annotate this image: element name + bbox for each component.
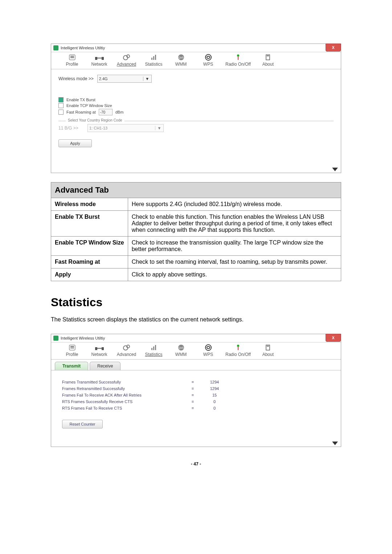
table-key: Enable TCP Window Size [51,237,128,256]
toolbar-about[interactable]: About [258,54,278,67]
table-key: Wireless mode [51,198,128,211]
advanced-window: Intelligent Wireless Utiltiy X Profile N… [51,44,341,173]
profile-icon [69,54,76,61]
toolbar-statistics[interactable]: Statistics [144,54,164,67]
table-key: Apply [51,268,128,281]
region-value: 1: CH1-13 [89,126,107,130]
toolbar-label: Profile [66,62,78,67]
reset-counter-button[interactable]: Reset Counter [62,420,103,428]
stat-row: Frames Fail To Receive ACK After All Ret… [62,393,330,397]
table-row: Enable TX Burst Check to enable this fun… [51,211,341,237]
toolbar-label: Profile [66,352,78,357]
toolbar-radio[interactable]: Radio On/Off [225,344,251,357]
svg-rect-27 [153,346,154,350]
section-heading: Statistics [51,296,341,309]
svg-rect-35 [267,346,269,346]
stat-value: 0 [200,406,229,410]
enable-tx-burst-checkbox[interactable] [58,97,64,102]
svg-rect-19 [70,346,74,347]
toolbar-label: Network [91,352,107,357]
toolbar-profile[interactable]: Profile [62,54,82,67]
toolbar-label: Advanced [117,352,136,357]
toolbar-statistics[interactable]: Statistics [144,344,164,357]
close-icon: X [332,336,335,340]
equals-icon: = [185,393,200,397]
table-val: Check to increase the transmission quali… [128,237,341,256]
table-key: Fast Roaming at [51,256,128,268]
stat-row: RTS Frames Successfully Receive CTS = 0 [62,399,330,404]
fast-roaming-checkbox[interactable] [58,110,64,115]
apply-label: Apply [70,141,80,145]
wireless-mode-value: 2.4G [99,77,108,81]
region-select[interactable]: 1: CH1-13 ▼ [87,124,164,132]
equals-icon: = [185,399,200,404]
svg-rect-8 [151,58,152,60]
window-close-button[interactable]: X [326,334,341,342]
toolbar-label: Advanced [117,62,136,67]
qos-icon: QoS [177,54,185,61]
toolbar-label: Statistics [145,62,162,67]
app-icon [53,336,58,341]
toolbar-advanced[interactable]: Advanced [117,54,136,67]
app-icon [53,45,58,50]
svg-point-31 [205,345,211,350]
section-intro: The Statistics screen displays the stati… [51,316,341,323]
table-row: Enable TCP Window Size Check to increase… [51,237,341,256]
chevron-down-icon: ▼ [155,126,162,130]
enable-tcp-window-checkbox[interactable] [58,103,64,108]
stats-tabs: Transmit Receive [51,360,341,370]
fast-roaming-unit: dBm [115,110,124,114]
reset-label: Reset Counter [70,422,95,426]
toolbar-about[interactable]: About [258,344,278,357]
region-group-divider: Select Your Country Region Code [58,121,334,121]
expand-arrow-icon[interactable] [332,168,338,171]
stat-row: Frames Retransmitted Successfully = 1294 [62,386,330,391]
toolbar-radio[interactable]: Radio On/Off [225,54,251,67]
toolbar-network[interactable]: Network [89,54,109,67]
svg-rect-15 [238,57,238,60]
enable-tx-burst-label: Enable TX Burst [66,98,95,102]
close-icon: X [332,46,335,50]
stat-label: Frames Retransmitted Successfully [62,386,185,391]
toolbar-wps[interactable]: WPS [198,344,218,357]
tab-receive[interactable]: Receive [90,362,121,370]
equals-icon: = [185,386,200,391]
svg-rect-28 [155,345,156,350]
chart-icon [151,344,157,351]
statistics-window: Intelligent Wireless Utiltiy X Profile N… [51,334,341,447]
window-close-button[interactable]: X [326,44,341,52]
tab-label: Receive [97,364,113,369]
fast-roaming-input[interactable]: -70 [99,109,113,115]
fast-roaming-label: Fast Roaming at [66,110,96,114]
radio-icon [235,344,241,351]
enable-tcp-window-label: Enable TCP Window Size [66,103,112,108]
svg-rect-10 [155,55,156,60]
apply-button[interactable]: Apply [58,139,92,147]
stat-row: Frames Transmitted Successfully = 1294 [62,380,330,384]
svg-rect-1 [70,56,74,57]
advanced-body: Wireless mode >> 2.4G ▼ Enable TX Burst … [51,69,341,173]
toolbar-wmm[interactable]: QoS WMM [171,54,191,67]
svg-point-32 [237,345,239,347]
expand-arrow-icon[interactable] [332,442,338,445]
toolbar-wps[interactable]: WPS [198,54,218,67]
toolbar: Profile Network Advanced Statistics QoS … [51,342,341,360]
toolbar-advanced[interactable]: Advanced [117,344,136,357]
toolbar-label: WPS [203,62,213,67]
toolbar-label: WMM [175,352,187,357]
stat-value: 15 [200,393,229,397]
toolbar-label: WPS [203,352,213,357]
about-icon [265,54,270,61]
table-key: Enable TX Burst [51,211,128,237]
toolbar-wmm[interactable]: QoS WMM [171,344,191,357]
toolbar-network[interactable]: Network [89,344,109,357]
table-val: Check to enable this function. This func… [128,211,341,237]
wireless-mode-select[interactable]: 2.4G ▼ [97,75,152,83]
table-row: Wireless mode Here supports 2.4G (includ… [51,198,341,211]
table-val: Click to apply above settings. [128,268,341,281]
tab-transmit[interactable]: Transmit [55,362,88,370]
svg-text:QoS: QoS [178,346,183,349]
svg-rect-20 [70,348,74,348]
toolbar-profile[interactable]: Profile [62,344,82,357]
stats-body: Frames Transmitted Successfully = 1294 F… [51,370,341,447]
